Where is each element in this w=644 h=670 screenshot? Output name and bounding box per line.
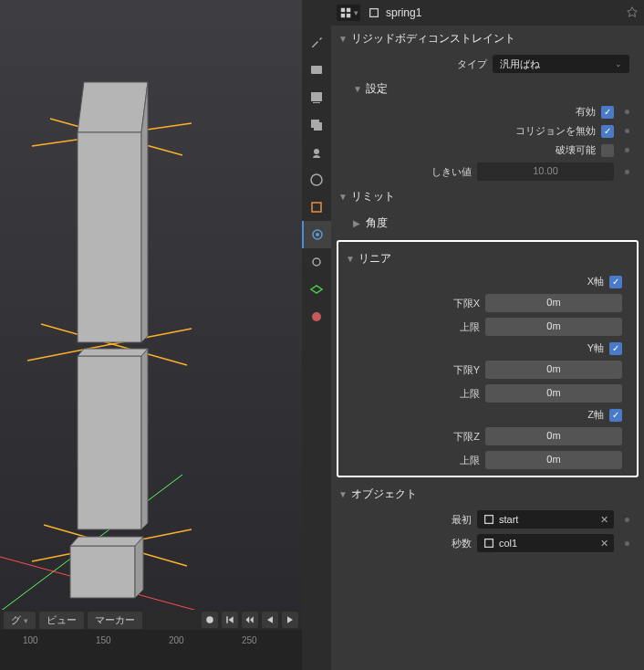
upper-z-field[interactable]: 0m (485, 451, 622, 469)
timeline-header: グ ▾ ビュー マーカー (0, 610, 302, 630)
svg-rect-22 (314, 122, 322, 131)
z-axis-checkbox[interactable] (609, 409, 622, 422)
prev-key-button[interactable] (242, 612, 258, 628)
lower-y-field[interactable]: 0m (485, 361, 622, 379)
svg-point-27 (316, 233, 319, 236)
threshold-field[interactable]: 10.00 (477, 162, 614, 181)
properties-tab-strip (302, 0, 331, 670)
panel-header: ▾ spring1 (331, 0, 644, 26)
tab-render[interactable] (302, 57, 331, 84)
svg-rect-31 (340, 14, 344, 17)
jump-start-button[interactable] (222, 612, 238, 628)
autokey-toggle[interactable] (202, 612, 218, 628)
svg-marker-15 (135, 537, 143, 598)
svg-marker-12 (141, 349, 148, 529)
svg-marker-13 (78, 349, 148, 356)
marker-menu[interactable]: マーカー (88, 612, 142, 629)
section-limits[interactable]: ▼リミット (331, 183, 644, 210)
svg-marker-9 (78, 132, 141, 342)
viewport-3d[interactable] (0, 0, 302, 612)
upper-x-field[interactable]: 0m (485, 318, 622, 336)
tab-viewlayer[interactable] (302, 111, 331, 139)
svg-point-23 (314, 149, 319, 154)
svg-rect-33 (370, 9, 379, 17)
play-button[interactable] (282, 612, 298, 628)
svg-marker-11 (78, 356, 141, 529)
pin-icon[interactable] (626, 5, 639, 21)
tab-world[interactable] (302, 166, 331, 194)
svg-rect-25 (312, 203, 321, 212)
svg-rect-29 (340, 8, 344, 12)
svg-rect-18 (311, 66, 322, 74)
section-objects[interactable]: ▼オブジェクト (331, 481, 644, 508)
type-select[interactable]: 汎用ばね⌄ (493, 55, 629, 73)
y-axis-checkbox[interactable] (609, 342, 622, 355)
svg-rect-35 (485, 539, 493, 548)
clear-icon[interactable]: ✕ (600, 514, 608, 526)
x-axis-checkbox[interactable] (609, 276, 622, 288)
lower-x-field[interactable]: 0m (485, 294, 622, 312)
section-linear[interactable]: ▼リニア (338, 246, 637, 272)
svg-marker-8 (78, 82, 148, 132)
svg-point-24 (311, 174, 322, 185)
type-label: タイプ (457, 58, 487, 71)
linear-limits-highlight: ▼リニア X軸 下限X0m 上限0m Y軸 下限Y0m 上限0m Z軸 下限Z0… (337, 240, 639, 477)
view-menu[interactable]: ビュー (39, 612, 84, 629)
object-second-field[interactable]: col1✕ (477, 534, 614, 552)
svg-rect-34 (485, 516, 493, 524)
disable-collisions-checkbox[interactable] (601, 125, 614, 138)
tab-object[interactable] (302, 194, 331, 221)
object-name: spring1 (368, 6, 421, 19)
tab-output[interactable] (302, 84, 331, 111)
svg-rect-19 (311, 92, 322, 101)
svg-rect-30 (346, 8, 349, 12)
svg-marker-14 (70, 546, 135, 598)
timeline-ruler[interactable]: 100 150 200 250 (0, 630, 302, 670)
svg-point-17 (206, 616, 213, 623)
tab-scene[interactable] (302, 139, 331, 166)
svg-rect-32 (346, 14, 349, 17)
editor-type-dropdown[interactable]: ▾ (337, 5, 360, 21)
object-first-field[interactable]: start✕ (477, 510, 614, 529)
tab-tool[interactable] (302, 29, 331, 57)
svg-rect-20 (313, 102, 320, 103)
drag-menu[interactable]: グ ▾ (4, 612, 36, 629)
svg-point-28 (312, 312, 321, 321)
tab-data[interactable] (302, 276, 331, 303)
clear-icon[interactable]: ✕ (600, 538, 608, 550)
section-settings[interactable]: ▼設定 (331, 76, 644, 102)
svg-marker-16 (70, 537, 143, 546)
section-rigidbody-constraint[interactable]: ▼リジッドボディコンストレイント (331, 26, 644, 52)
tab-material[interactable] (302, 303, 331, 330)
lower-z-field[interactable]: 0m (485, 427, 622, 445)
section-angular[interactable]: ▶角度 (331, 210, 644, 236)
upper-y-field[interactable]: 0m (485, 384, 622, 403)
tab-physics[interactable] (302, 221, 331, 248)
breakable-checkbox[interactable] (601, 144, 614, 157)
tab-constraint[interactable] (302, 248, 331, 276)
enabled-checkbox[interactable] (601, 106, 614, 119)
play-rev-button[interactable] (262, 612, 278, 628)
